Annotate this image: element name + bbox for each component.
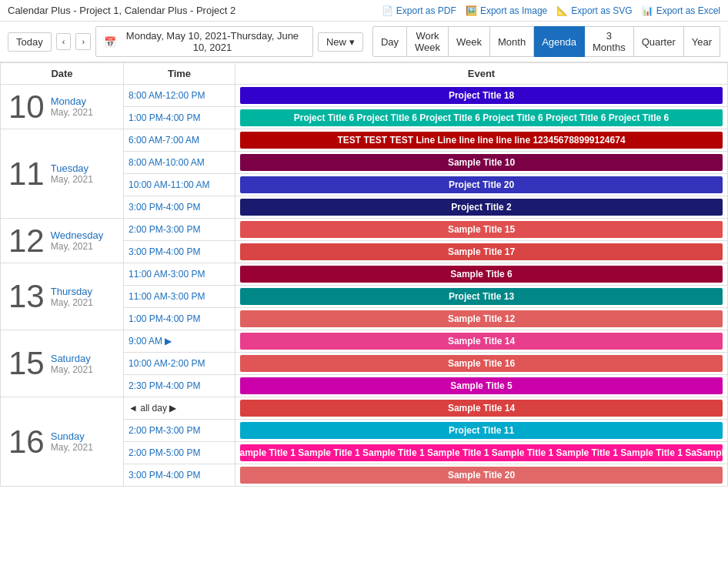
event-bar[interactable]: Sample Title 20 bbox=[240, 467, 723, 484]
event-cell[interactable]: Project Title 18 bbox=[235, 85, 728, 107]
event-cell[interactable]: Sample Title 6 bbox=[235, 263, 728, 286]
time-text: 1:00 PM-4:00 PM bbox=[129, 112, 200, 123]
time-cell: 2:00 PM-3:00 PM bbox=[124, 420, 235, 442]
event-cell[interactable]: Project Title 6 Project Title 6 Project … bbox=[235, 107, 728, 129]
new-button[interactable]: New ▾ bbox=[318, 32, 363, 52]
export-excel-button[interactable]: 📊 Export as Excel bbox=[642, 5, 720, 16]
excel-icon: 📊 bbox=[642, 5, 653, 16]
event-cell[interactable]: Sample Title 14 bbox=[235, 330, 728, 353]
time-cell: 6:00 AM-7:00 AM bbox=[124, 129, 235, 152]
event-bar[interactable]: Project Title 20 bbox=[240, 176, 723, 193]
view-quarter-button[interactable]: Quarter bbox=[634, 26, 684, 57]
today-button[interactable]: Today bbox=[8, 32, 52, 52]
day-month: May, 2021 bbox=[51, 174, 93, 185]
day-name: Sunday bbox=[51, 430, 93, 442]
time-cell: 10:00 AM-11:00 AM bbox=[124, 174, 235, 196]
day-number: 13 bbox=[8, 280, 45, 313]
date-cell[interactable]: 15 Saturday May, 2021 bbox=[1, 330, 124, 397]
event-cell[interactable]: Project Title 13 bbox=[235, 286, 728, 308]
next-button[interactable]: › bbox=[75, 33, 91, 50]
view-week-button[interactable]: Week bbox=[449, 26, 490, 57]
event-bar[interactable]: Project Title 2 bbox=[240, 199, 723, 216]
day-month: May, 2021 bbox=[51, 442, 93, 453]
event-cell[interactable]: Sample Title 16 bbox=[235, 353, 728, 375]
time-text: 8:00 AM-10:00 AM bbox=[129, 157, 205, 168]
day-number: 11 bbox=[8, 158, 45, 190]
day-number: 12 bbox=[8, 225, 45, 257]
app-title: Calendar Plus - Project 1, Calendar Plus… bbox=[8, 5, 235, 16]
date-cell[interactable]: 12 Wednesday May, 2021 bbox=[1, 219, 124, 263]
export-image-button[interactable]: 🖼️ Export as Image bbox=[466, 5, 547, 16]
day-month: May, 2021 bbox=[51, 107, 93, 118]
prev-button[interactable]: ‹ bbox=[56, 33, 72, 50]
event-bar[interactable]: Sample Title 14 bbox=[240, 400, 723, 417]
view-day-button[interactable]: Day bbox=[372, 26, 407, 57]
day-number: 16 bbox=[8, 426, 45, 458]
time-cell: 3:00 PM-4:00 PM bbox=[124, 241, 235, 263]
date-cell[interactable]: 16 Sunday May, 2021 bbox=[1, 397, 124, 487]
day-month: May, 2021 bbox=[51, 241, 103, 252]
export-buttons: 📄 Export as PDF 🖼️ Export as Image 📐 Exp… bbox=[382, 5, 720, 16]
header-event: Event bbox=[235, 63, 728, 85]
time-text: 3:00 PM-4:00 PM bbox=[129, 202, 200, 213]
view-agenda-button[interactable]: Agenda bbox=[534, 26, 585, 57]
event-cell[interactable]: Project Title 20 bbox=[235, 174, 728, 196]
table-row: 16 Sunday May, 2021 ◄ all day ▶Sample Ti… bbox=[1, 397, 728, 420]
event-cell[interactable]: Project Title 2 bbox=[235, 196, 728, 219]
event-cell[interactable]: TEST TEST TEST Line Line line line line … bbox=[235, 129, 728, 152]
export-pdf-button[interactable]: 📄 Export as PDF bbox=[382, 5, 456, 16]
event-cell[interactable]: Sample Title 17 bbox=[235, 241, 728, 263]
event-bar[interactable]: Project Title 6 Project Title 6 Project … bbox=[240, 109, 723, 126]
table-row: 15 Saturday May, 2021 9:00 AM ▶Sample Ti… bbox=[1, 330, 728, 353]
event-bar[interactable]: Sample Title 10 bbox=[240, 154, 723, 171]
time-cell: 1:00 PM-4:00 PM bbox=[124, 308, 235, 330]
time-text: 11:00 AM-3:00 PM bbox=[129, 269, 205, 280]
event-bar[interactable]: Project Title 11 bbox=[240, 422, 723, 439]
event-cell[interactable]: Sample Title 1 Sample Title 1 Sample Tit… bbox=[235, 442, 728, 464]
event-bar[interactable]: Sample Title 12 bbox=[240, 310, 723, 327]
event-bar[interactable]: Sample Title 16 bbox=[240, 355, 723, 372]
day-number: 15 bbox=[8, 347, 45, 380]
event-cell[interactable]: Sample Title 5 bbox=[235, 375, 728, 397]
event-cell[interactable]: Sample Title 12 bbox=[235, 308, 728, 330]
event-bar[interactable]: Sample Title 14 bbox=[240, 333, 723, 350]
event-bar[interactable]: Sample Title 1 Sample Title 1 Sample Tit… bbox=[240, 444, 723, 461]
event-cell[interactable]: Sample Title 10 bbox=[235, 152, 728, 174]
event-cell[interactable]: Sample Title 14 bbox=[235, 397, 728, 420]
time-text: 9:00 AM ▶ bbox=[129, 336, 172, 347]
date-cell[interactable]: 11 Tuesday May, 2021 bbox=[1, 129, 124, 219]
event-bar[interactable]: Sample Title 6 bbox=[240, 266, 723, 283]
export-svg-button[interactable]: 📐 Export as SVG bbox=[556, 5, 632, 16]
event-cell[interactable]: Sample Title 15 bbox=[235, 219, 728, 241]
dropdown-arrow-icon: ▾ bbox=[349, 36, 355, 48]
view-year-button[interactable]: Year bbox=[684, 26, 720, 57]
event-bar[interactable]: Sample Title 17 bbox=[240, 243, 723, 260]
date-cell[interactable]: 13 Thursday May, 2021 bbox=[1, 263, 124, 330]
time-text: ◄ all day ▶ bbox=[129, 403, 176, 414]
calendar-table: Date Time Event 10 Monday May, 2021 8:00… bbox=[0, 62, 728, 487]
day-month: May, 2021 bbox=[51, 297, 93, 308]
event-bar[interactable]: Sample Title 5 bbox=[240, 377, 723, 394]
time-cell: 8:00 AM-10:00 AM bbox=[124, 152, 235, 174]
event-bar[interactable]: Sample Title 15 bbox=[240, 221, 723, 238]
date-range-button[interactable]: 📅 Monday, May 10, 2021-Thursday, June 10… bbox=[95, 26, 313, 57]
image-icon: 🖼️ bbox=[466, 5, 477, 16]
view-3months-button[interactable]: 3 Months bbox=[585, 26, 634, 57]
view-buttons: Day Work Week Week Month Agenda 3 Months… bbox=[372, 26, 720, 57]
table-row: 12 Wednesday May, 2021 2:00 PM-3:00 PMSa… bbox=[1, 219, 728, 241]
event-cell[interactable]: Project Title 11 bbox=[235, 420, 728, 442]
day-name: Wednesday bbox=[51, 229, 103, 241]
view-work-week-button[interactable]: Work Week bbox=[407, 26, 449, 57]
event-cell[interactable]: Sample Title 20 bbox=[235, 464, 728, 487]
event-bar[interactable]: Project Title 13 bbox=[240, 288, 723, 305]
time-cell: 11:00 AM-3:00 PM bbox=[124, 263, 235, 286]
day-number: 10 bbox=[8, 91, 45, 123]
view-month-button[interactable]: Month bbox=[490, 26, 534, 57]
event-bar[interactable]: Project Title 18 bbox=[240, 87, 723, 104]
time-cell: 10:00 AM-2:00 PM bbox=[124, 353, 235, 375]
time-text: 3:00 PM-4:00 PM bbox=[129, 246, 200, 257]
time-cell: ◄ all day ▶ bbox=[124, 397, 235, 420]
time-cell: 2:00 PM-5:00 PM bbox=[124, 442, 235, 464]
event-bar[interactable]: TEST TEST TEST Line Line line line line … bbox=[240, 132, 723, 149]
date-cell[interactable]: 10 Monday May, 2021 bbox=[1, 85, 124, 129]
